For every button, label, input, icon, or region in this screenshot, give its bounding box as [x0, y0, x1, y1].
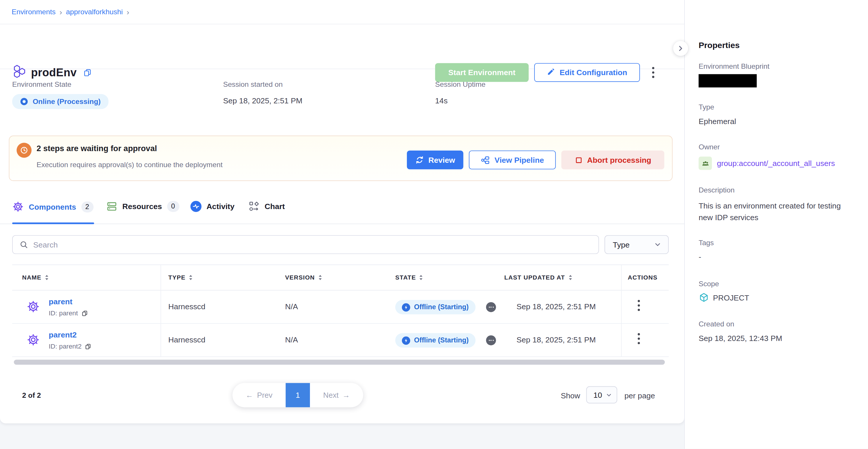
- abort-processing-button[interactable]: Abort processing: [561, 151, 664, 169]
- component-type: Harnesscd: [168, 302, 205, 311]
- tab-chart[interactable]: Chart: [248, 201, 285, 212]
- scope-value: PROJECT: [713, 293, 749, 302]
- tab-activity-label: Activity: [207, 202, 235, 211]
- prev-page-button[interactable]: ← Prev: [232, 383, 285, 407]
- column-label: LAST UPDATED AT: [504, 274, 565, 281]
- sort-icon: [44, 274, 49, 280]
- pipeline-icon: [480, 155, 490, 164]
- environment-state-label: Environment State: [12, 81, 71, 89]
- page-header: prodEnv Start Environment Edit Configura…: [0, 25, 684, 69]
- horizontal-scrollbar[interactable]: [14, 360, 665, 364]
- column-label: STATE: [395, 274, 416, 281]
- created-on-value: Sep 18, 2025, 12:43 PM: [699, 334, 782, 343]
- abort-processing-label: Abort processing: [587, 156, 651, 164]
- server-icon: [106, 201, 117, 212]
- column-header-state[interactable]: STATE: [395, 274, 424, 281]
- tab-resources[interactable]: Resources 0: [106, 201, 179, 212]
- tab-components[interactable]: Components 2: [12, 201, 93, 213]
- breadcrumb: Environments › approvalforkhushi ›: [0, 0, 684, 25]
- column-header-last-updated[interactable]: LAST UPDATED AT: [504, 274, 572, 281]
- session-started-value: Sep 18, 2025, 2:51 PM: [223, 96, 302, 105]
- pagination-summary: 2 of 2: [22, 391, 41, 400]
- state-badge-label: Offline (Starting): [414, 336, 469, 345]
- page-size-dropdown[interactable]: 10: [586, 386, 617, 404]
- edit-configuration-label: Edit Configuration: [560, 68, 627, 77]
- column-header-version[interactable]: VERSION: [285, 274, 323, 281]
- column-header-name[interactable]: NAME: [22, 274, 49, 281]
- processing-ellipsis-icon: [486, 335, 496, 345]
- workflow-icon: [248, 201, 259, 212]
- scope-label: Scope: [699, 280, 719, 288]
- search-icon: [20, 240, 28, 249]
- tab-activity[interactable]: Activity: [190, 201, 235, 212]
- gear-icon: [27, 333, 40, 349]
- header-more-options-button[interactable]: [652, 67, 654, 78]
- component-version: N/A: [285, 302, 298, 311]
- environment-state-value: Online (Processing): [33, 97, 100, 106]
- owner-row: group:account/_account_all_users: [699, 157, 835, 170]
- type-filter-label: Type: [613, 240, 630, 249]
- component-name-link[interactable]: parent: [49, 297, 72, 306]
- online-status-icon: [20, 97, 28, 106]
- tags-label: Tags: [699, 238, 714, 247]
- owner-group-link[interactable]: group:account/_account_all_users: [717, 159, 835, 167]
- copy-id-icon[interactable]: [81, 310, 88, 317]
- copy-id-icon[interactable]: [85, 343, 91, 350]
- approval-banner-subtitle: Execution requires approval(s) to contin…: [36, 160, 222, 169]
- lightning-icon: [402, 303, 410, 312]
- sort-icon: [317, 274, 322, 280]
- column-label: ACTIONS: [628, 274, 657, 281]
- breadcrumb-environments[interactable]: Environments: [12, 8, 56, 16]
- session-uptime-label: Session Uptime: [435, 81, 486, 89]
- group-icon: [699, 157, 712, 170]
- search-input[interactable]: [33, 240, 592, 249]
- row-more-options-button[interactable]: [638, 300, 640, 311]
- tabs-bar: Components 2 Resources 0: [0, 195, 684, 224]
- state-badge: Offline (Starting): [395, 300, 475, 314]
- table-row: parent ID: parent Harnesscd N/A Offline: [12, 291, 669, 324]
- blueprint-redacted-value: [699, 74, 757, 88]
- next-page-button[interactable]: Next →: [310, 383, 363, 407]
- column-label: TYPE: [168, 274, 186, 281]
- copy-title-icon[interactable]: [83, 68, 92, 77]
- column-header-type[interactable]: TYPE: [168, 274, 193, 281]
- main-content: Environments › approvalforkhushi › prodE…: [0, 0, 684, 423]
- chevron-down-icon: [654, 241, 661, 249]
- state-badge-label: Offline (Starting): [414, 303, 469, 311]
- review-button[interactable]: Review: [407, 151, 463, 169]
- activity-pulse-icon: [190, 201, 202, 212]
- sort-icon: [188, 274, 193, 280]
- table-row: parent2 ID: parent2 Harnesscd N/A Offli: [12, 324, 669, 357]
- collapse-panel-button[interactable]: [673, 41, 688, 56]
- edit-configuration-button[interactable]: Edit Configuration: [534, 63, 640, 82]
- component-last-updated: Sep 18, 2025, 2:51 PM: [517, 302, 596, 311]
- type-label: Type: [699, 103, 714, 111]
- breadcrumb-project[interactable]: approvalforkhushi: [66, 8, 123, 16]
- view-pipeline-button[interactable]: View Pipeline: [469, 151, 556, 169]
- state-badge: Offline (Starting): [395, 333, 475, 347]
- current-page-button[interactable]: 1: [286, 383, 310, 407]
- created-on-label: Created on: [699, 320, 734, 328]
- component-version: N/A: [285, 335, 298, 344]
- pencil-icon: [547, 68, 555, 77]
- prev-label: Prev: [257, 391, 273, 399]
- components-count-badge: 2: [81, 201, 93, 212]
- sort-icon: [568, 274, 572, 280]
- row-more-options-button[interactable]: [638, 333, 640, 344]
- start-environment-button[interactable]: Start Environment: [435, 63, 529, 82]
- component-name-link[interactable]: parent2: [49, 330, 76, 339]
- tab-resources-label: Resources: [122, 202, 162, 211]
- tab-components-label: Components: [29, 202, 76, 211]
- component-last-updated: Sep 18, 2025, 2:51 PM: [517, 335, 596, 344]
- component-id-label: ID: parent: [49, 309, 78, 317]
- tab-chart-label: Chart: [265, 202, 285, 211]
- show-label: Show: [561, 391, 580, 400]
- next-label: Next: [323, 391, 339, 399]
- properties-heading: Properties: [699, 40, 740, 50]
- blueprint-label: Environment Blueprint: [699, 62, 769, 70]
- pagination-pill: ← Prev 1 Next →: [232, 383, 363, 407]
- refresh-icon: [415, 156, 424, 164]
- type-filter-dropdown[interactable]: Type: [604, 235, 669, 254]
- component-type: Harnesscd: [168, 335, 205, 344]
- view-pipeline-label: View Pipeline: [495, 156, 544, 164]
